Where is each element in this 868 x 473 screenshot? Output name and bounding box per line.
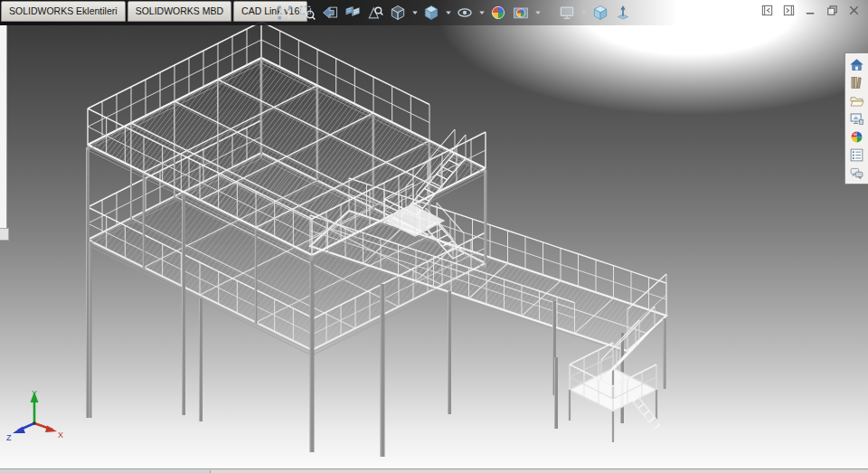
hide-show-items-button[interactable] bbox=[455, 3, 475, 23]
display-style-icon bbox=[422, 4, 440, 22]
zoom-to-fit-icon bbox=[276, 4, 294, 22]
restore-icon bbox=[826, 4, 839, 17]
annotation-view-icon bbox=[366, 4, 384, 22]
view-palette-icon bbox=[849, 111, 864, 127]
apply-scene-icon bbox=[512, 4, 530, 22]
reference-triad: Y X Z bbox=[4, 387, 74, 458]
triad-origin bbox=[33, 421, 36, 425]
display-style-button[interactable] bbox=[421, 3, 441, 23]
apply-scene-button[interactable] bbox=[511, 3, 531, 23]
annotation-view-button[interactable] bbox=[365, 3, 385, 23]
edit-appearance-icon bbox=[489, 4, 507, 22]
view-orientation-button[interactable] bbox=[388, 3, 408, 23]
custom-properties-icon bbox=[849, 147, 864, 163]
view-cube-icon bbox=[591, 4, 609, 22]
view-cube-button[interactable] bbox=[590, 3, 610, 23]
close-icon bbox=[847, 4, 861, 17]
hide-show-items-icon bbox=[456, 4, 474, 22]
design-library-tab[interactable] bbox=[845, 73, 867, 91]
restore-button[interactable] bbox=[826, 4, 839, 17]
caret-icon bbox=[534, 9, 542, 16]
view-palette-tab[interactable] bbox=[845, 109, 867, 128]
close-button[interactable] bbox=[847, 4, 861, 17]
view-settings-button[interactable] bbox=[557, 3, 577, 23]
dropdown-caret[interactable] bbox=[444, 3, 452, 23]
ribbon-tab-bar: SOLIDWORKS Eklentileri SOLIDWORKS MBD CA… bbox=[1, 1, 307, 22]
caret-icon bbox=[478, 9, 486, 16]
dropdown-caret[interactable] bbox=[410, 3, 419, 23]
solidworks-resources-tab[interactable] bbox=[845, 55, 867, 73]
tab-solidworks-eklentileri[interactable]: SOLIDWORKS Eklentileri bbox=[1, 1, 126, 22]
solidworks-forum-icon bbox=[849, 166, 864, 181]
previous-view-icon bbox=[321, 4, 339, 22]
zoom-to-fit-button[interactable] bbox=[275, 3, 295, 23]
featuremanager-expand-handle[interactable] bbox=[0, 228, 9, 241]
design-library-icon bbox=[849, 75, 864, 90]
tab-solidworks-mbd[interactable]: SOLIDWORKS MBD bbox=[127, 1, 231, 22]
triad-z-label: Z bbox=[6, 433, 12, 442]
previous-view-button[interactable] bbox=[320, 3, 340, 23]
collapse-right-icon bbox=[782, 4, 796, 17]
3d-model-wireframe[interactable] bbox=[0, 0, 868, 473]
file-explorer-icon bbox=[849, 93, 864, 109]
solidworks-resources-icon bbox=[849, 57, 864, 72]
dropdown-caret[interactable] bbox=[580, 3, 588, 23]
collapse-left-icon bbox=[760, 4, 774, 17]
triad-x-label: X bbox=[58, 430, 63, 440]
heads-up-view-toolbar bbox=[275, 2, 633, 24]
featuremanager-collapsed-edge[interactable] bbox=[0, 25, 7, 239]
zoom-to-area-icon bbox=[298, 4, 316, 22]
minimize-button[interactable] bbox=[804, 4, 817, 17]
view-orientation-icon bbox=[389, 4, 407, 22]
graphics-viewport[interactable] bbox=[0, 0, 868, 473]
appearances-scenes-decals-icon bbox=[849, 129, 864, 145]
edit-appearance-button[interactable] bbox=[488, 3, 508, 23]
dropdown-caret[interactable] bbox=[533, 3, 542, 23]
solidworks-forum-tab[interactable] bbox=[845, 164, 867, 182]
minimize-icon bbox=[804, 4, 817, 17]
rotate-view-button[interactable] bbox=[613, 3, 633, 23]
triad-y-label: Y bbox=[32, 389, 37, 398]
caret-icon bbox=[580, 9, 588, 16]
window-controls bbox=[760, 4, 861, 17]
view-settings-icon bbox=[558, 4, 576, 22]
collapse-right-button[interactable] bbox=[782, 4, 796, 17]
rotate-view-icon bbox=[614, 4, 632, 22]
caret-icon bbox=[445, 9, 452, 16]
task-pane bbox=[844, 52, 868, 184]
collapse-left-button[interactable] bbox=[760, 4, 774, 17]
triad-x-arrowhead bbox=[45, 426, 57, 433]
appearances-scenes-decals-tab[interactable] bbox=[845, 128, 867, 146]
dropdown-caret[interactable] bbox=[477, 3, 486, 23]
section-view-button[interactable] bbox=[343, 3, 363, 23]
custom-properties-tab[interactable] bbox=[845, 146, 867, 164]
zoom-to-area-button[interactable] bbox=[297, 3, 317, 23]
caret-icon bbox=[411, 9, 419, 16]
file-explorer-tab[interactable] bbox=[845, 91, 867, 109]
section-view-icon bbox=[344, 4, 362, 22]
